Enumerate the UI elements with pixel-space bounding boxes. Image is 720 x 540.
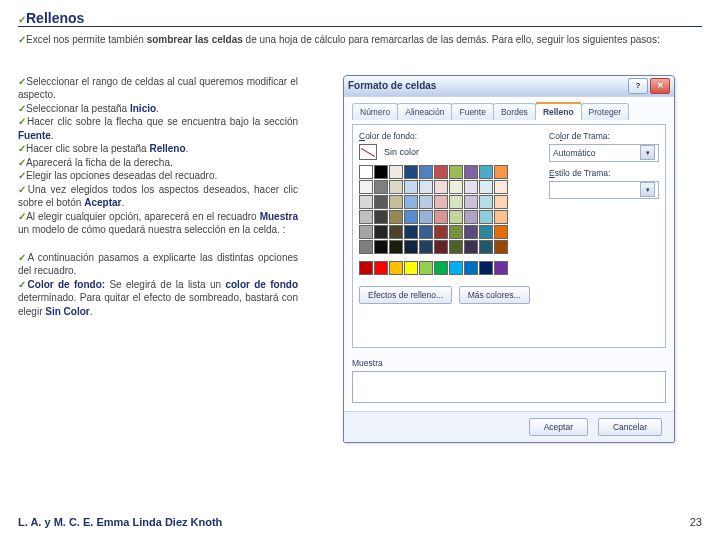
color-swatch[interactable] <box>494 210 508 224</box>
color-swatch[interactable] <box>434 165 448 179</box>
intro-text: ✓Excel nos permite también sombrear las … <box>18 33 702 47</box>
color-swatch[interactable] <box>494 165 508 179</box>
color-swatch[interactable] <box>464 165 478 179</box>
color-swatch[interactable] <box>464 210 478 224</box>
color-swatch[interactable] <box>494 195 508 209</box>
label-color-trama: Color de Trama: <box>549 131 659 141</box>
color-swatch[interactable] <box>404 210 418 224</box>
color-swatch[interactable] <box>434 195 448 209</box>
color-swatch[interactable] <box>374 240 388 254</box>
color-swatch[interactable] <box>419 240 433 254</box>
cancel-button[interactable]: Cancelar <box>598 418 662 436</box>
color-swatch[interactable] <box>359 180 373 194</box>
color-swatch[interactable] <box>359 225 373 239</box>
accept-button[interactable]: Aceptar <box>529 418 588 436</box>
pattern-color-combo[interactable]: Automático▾ <box>549 144 659 162</box>
color-swatch[interactable] <box>359 261 373 275</box>
color-swatch[interactable] <box>374 180 388 194</box>
fill-effects-button[interactable]: Efectos de relleno... <box>359 286 452 304</box>
color-swatch[interactable] <box>374 261 388 275</box>
color-swatch[interactable] <box>359 195 373 209</box>
color-swatch[interactable] <box>464 180 478 194</box>
color-swatch[interactable] <box>434 210 448 224</box>
tab-bordes[interactable]: Bordes <box>493 103 536 120</box>
color-swatch[interactable] <box>419 180 433 194</box>
step-item: ✓Elegir las opciones deseadas del recuad… <box>18 169 298 183</box>
color-swatch[interactable] <box>404 240 418 254</box>
color-swatch[interactable] <box>464 225 478 239</box>
color-swatch[interactable] <box>464 261 478 275</box>
step-item: ✓Aparecerá la ficha de la derecha. <box>18 156 298 170</box>
color-swatch[interactable] <box>419 195 433 209</box>
step-item: ✓Una vez elegidos todos los aspectos des… <box>18 183 298 210</box>
help-button[interactable]: ? <box>628 78 648 94</box>
color-swatch[interactable] <box>374 195 388 209</box>
color-swatch[interactable] <box>389 180 403 194</box>
color-swatch[interactable] <box>374 165 388 179</box>
color-swatch[interactable] <box>359 210 373 224</box>
color-swatch[interactable] <box>494 240 508 254</box>
color-swatch[interactable] <box>404 261 418 275</box>
para2: ✓A continuación pasamos a explicarte las… <box>18 251 298 319</box>
color-swatch[interactable] <box>419 261 433 275</box>
color-swatch[interactable] <box>374 225 388 239</box>
color-swatch[interactable] <box>359 165 373 179</box>
color-swatch[interactable] <box>389 165 403 179</box>
theme-colors-grid <box>359 165 541 255</box>
color-swatch[interactable] <box>404 195 418 209</box>
color-swatch[interactable] <box>434 180 448 194</box>
color-swatch[interactable] <box>404 180 418 194</box>
color-swatch[interactable] <box>449 261 463 275</box>
color-swatch[interactable] <box>479 165 493 179</box>
tab-relleno[interactable]: Relleno <box>535 103 582 120</box>
no-color-swatch[interactable] <box>359 144 377 160</box>
color-swatch[interactable] <box>419 225 433 239</box>
color-swatch[interactable] <box>449 180 463 194</box>
color-swatch[interactable] <box>389 261 403 275</box>
pattern-style-combo[interactable]: ▾ <box>549 181 659 199</box>
color-swatch[interactable] <box>404 225 418 239</box>
color-swatch[interactable] <box>389 210 403 224</box>
color-swatch[interactable] <box>449 240 463 254</box>
color-swatch[interactable] <box>434 225 448 239</box>
color-swatch[interactable] <box>494 180 508 194</box>
color-swatch[interactable] <box>389 240 403 254</box>
color-swatch[interactable] <box>494 225 508 239</box>
page-title: ✓Rellenos <box>18 10 702 26</box>
tab-alineación[interactable]: Alineación <box>397 103 452 120</box>
color-swatch[interactable] <box>479 240 493 254</box>
sample-preview <box>352 371 666 403</box>
color-swatch[interactable] <box>419 210 433 224</box>
color-swatch[interactable] <box>479 195 493 209</box>
label-estilo-trama: Estilo de Trama: <box>549 168 659 178</box>
tab-proteger[interactable]: Proteger <box>581 103 630 120</box>
color-swatch[interactable] <box>434 261 448 275</box>
footer-author: L. A. y M. C. E. Emma Linda Diez Knoth <box>18 516 222 528</box>
color-swatch[interactable] <box>464 195 478 209</box>
color-swatch[interactable] <box>449 210 463 224</box>
color-swatch[interactable] <box>479 261 493 275</box>
color-swatch[interactable] <box>479 225 493 239</box>
color-swatch[interactable] <box>494 261 508 275</box>
format-cells-dialog: Formato de celdas ? ✕ NúmeroAlineaciónFu… <box>343 75 675 443</box>
steps-list: ✓Seleccionar el rango de celdas al cual … <box>18 75 298 237</box>
color-swatch[interactable] <box>449 225 463 239</box>
color-swatch[interactable] <box>389 225 403 239</box>
tab-número[interactable]: Número <box>352 103 398 120</box>
step-item: ✓Seleccionar la pestaña Inicio. <box>18 102 298 116</box>
color-swatch[interactable] <box>374 210 388 224</box>
color-swatch[interactable] <box>479 180 493 194</box>
color-swatch[interactable] <box>479 210 493 224</box>
more-colors-button[interactable]: Más colores... <box>459 286 530 304</box>
color-swatch[interactable] <box>449 165 463 179</box>
color-swatch[interactable] <box>449 195 463 209</box>
color-swatch[interactable] <box>404 165 418 179</box>
close-button[interactable]: ✕ <box>650 78 670 94</box>
color-swatch[interactable] <box>434 240 448 254</box>
color-swatch[interactable] <box>389 195 403 209</box>
color-swatch[interactable] <box>359 240 373 254</box>
color-swatch[interactable] <box>464 240 478 254</box>
color-swatch[interactable] <box>419 165 433 179</box>
tab-fuente[interactable]: Fuente <box>451 103 493 120</box>
label-color-fondo: Color de fondo: <box>359 131 541 141</box>
